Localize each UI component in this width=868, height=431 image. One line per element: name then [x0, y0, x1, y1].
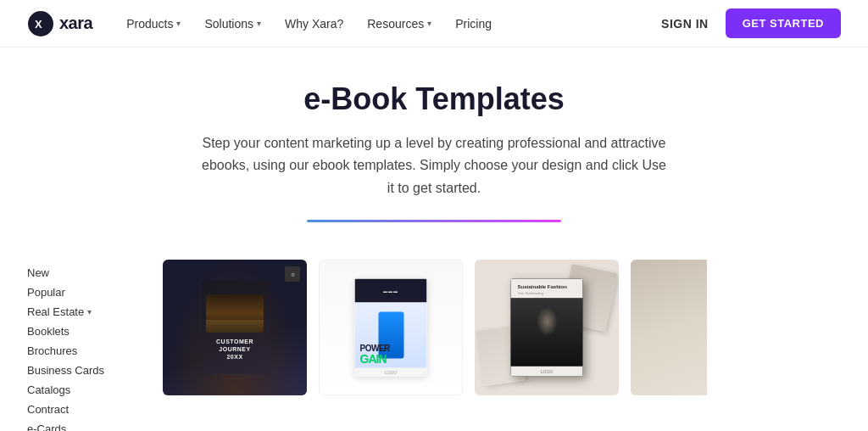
card1-badge: ⚙ — [285, 266, 300, 282]
sidebar-item-business-cards[interactable]: Business Cards — [27, 361, 146, 380]
hero-divider — [307, 220, 561, 222]
hero-section: e-Book Templates Step your content marke… — [0, 48, 868, 239]
get-started-button[interactable]: GET STARTED — [726, 8, 841, 38]
template-card-customer-journey[interactable]: ⚙ CUSTOMER JOURNEY 20XX — [163, 260, 307, 395]
card3-logo: LOGO — [511, 367, 583, 377]
nav-pricing[interactable]: Pricing — [455, 17, 492, 31]
page-title: e-Book Templates — [17, 81, 851, 117]
chevron-down-icon: ▾ — [427, 19, 431, 28]
template-card-sustainable-fashion[interactable]: Sustainable Fashion Your Subheading LOGO — [475, 260, 619, 395]
chevron-down-icon: ▾ — [176, 19, 181, 28]
chevron-down-icon: ▾ — [87, 307, 92, 316]
sidebar-item-booklets[interactable]: Booklets — [27, 322, 146, 341]
hero-description: Step your content marketing up a level b… — [197, 132, 671, 199]
template-grid: ⚙ CUSTOMER JOURNEY 20XX ▬▬▬ POWER GAIN — [163, 260, 841, 431]
sidebar-item-popular[interactable]: Popular — [27, 283, 146, 302]
sidebar-item-real-estate[interactable]: Real Estate ▾ — [27, 302, 146, 322]
template-card-partial[interactable] — [631, 260, 707, 395]
nav-actions: SIGN IN GET STARTED — [661, 8, 841, 38]
main-content: New Popular Real Estate ▾ Booklets Broch… — [0, 239, 868, 431]
nav-resources[interactable]: Resources ▾ — [367, 17, 431, 31]
nav-solutions[interactable]: Solutions ▾ — [204, 17, 261, 31]
sidebar: New Popular Real Estate ▾ Booklets Broch… — [27, 260, 146, 431]
sidebar-item-brochures[interactable]: Brochures — [27, 341, 146, 361]
sidebar-item-new[interactable]: New — [27, 263, 146, 283]
xara-logo-icon: X — [27, 10, 54, 37]
card3-image — [511, 299, 583, 367]
card1-car-image — [206, 294, 264, 333]
sidebar-item-catalogs[interactable]: Catalogs — [27, 380, 146, 400]
sign-in-button[interactable]: SIGN IN — [661, 17, 709, 31]
card3-book-header: Sustainable Fashion Your Subheading — [511, 279, 583, 299]
logo[interactable]: X xara — [27, 10, 92, 37]
nav-products[interactable]: Products ▾ — [126, 17, 181, 31]
logo-text: xara — [59, 14, 92, 33]
card1-title: CUSTOMER JOURNEY 20XX — [216, 338, 253, 361]
sidebar-item-contract[interactable]: Contract — [27, 400, 146, 419]
card2-logo: LOGO — [355, 368, 427, 377]
card2-gain-text: GAIN — [360, 353, 422, 365]
navigation: X xara Products ▾ Solutions ▾ Why Xara? … — [0, 0, 868, 48]
card2-header: ▬▬▬ — [355, 279, 427, 303]
nav-why-xara[interactable]: Why Xara? — [285, 17, 343, 31]
template-card-power-gain[interactable]: ▬▬▬ POWER GAIN LOGO — [319, 260, 463, 395]
card3-main-book: Sustainable Fashion Your Subheading LOGO — [511, 279, 583, 377]
card3-title: Sustainable Fashion — [518, 284, 576, 290]
card3-face-image — [511, 299, 583, 367]
card2-athlete-area: POWER GAIN — [355, 303, 427, 368]
card3-author: Your Subheading — [518, 291, 576, 295]
card2-book: ▬▬▬ POWER GAIN LOGO — [355, 279, 427, 377]
sidebar-item-ecards[interactable]: e-Cards — [27, 419, 146, 431]
card1-book: CUSTOMER JOURNEY 20XX — [201, 281, 269, 374]
card2-text-overlay: POWER GAIN — [355, 340, 427, 368]
nav-links: Products ▾ Solutions ▾ Why Xara? Resourc… — [126, 17, 661, 31]
svg-text:X: X — [35, 18, 42, 31]
chevron-down-icon: ▾ — [257, 19, 261, 28]
